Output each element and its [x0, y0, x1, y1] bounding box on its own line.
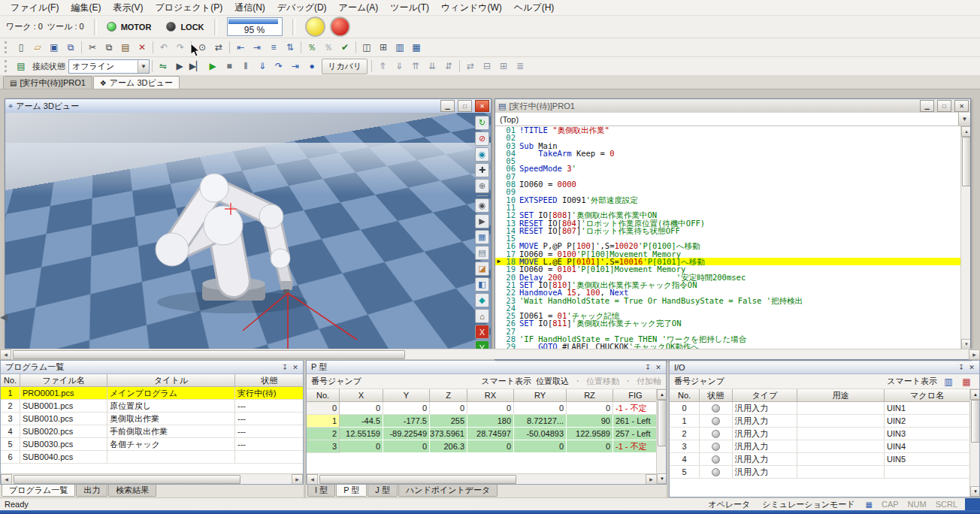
scroll-up-icon[interactable]: ▲: [970, 389, 979, 400]
io-row[interactable]: 4汎用入力UIN5: [670, 453, 970, 466]
scroll-down-icon[interactable]: ▼: [657, 473, 666, 484]
menu-project[interactable]: プロジェクト(P): [149, 0, 228, 16]
paste-icon[interactable]: ▤: [117, 39, 134, 56]
close-button[interactable]: ✕: [954, 100, 969, 112]
menu-comm[interactable]: 通信(N): [228, 0, 271, 16]
minimize-button[interactable]: ▁: [920, 100, 934, 112]
compare-icon[interactable]: ⇵: [440, 58, 457, 74]
step-into-icon[interactable]: ⇓: [254, 58, 271, 74]
code-line[interactable]: 10EXTSPEED IO091'外部速度設定: [495, 196, 961, 204]
tab-arm-3d-view[interactable]: ❖アーム 3Dビュー: [93, 76, 180, 89]
p-type-row[interactable]: 1-44.5-177.52551808.72127...90261 - Left: [307, 415, 657, 428]
p-type-row[interactable]: 212.55159-89.22549373.596128.74597-50.04…: [307, 428, 657, 440]
recovery-button[interactable]: リカバリ: [322, 59, 368, 74]
scrollbar-thumb[interactable]: [14, 475, 240, 484]
editor-vertical-scrollbar[interactable]: ▲ ▼: [960, 126, 970, 349]
home-icon[interactable]: ⌂: [475, 309, 489, 323]
pan-icon[interactable]: ✚: [475, 163, 489, 177]
code-line[interactable]: 02: [495, 134, 961, 141]
code-line[interactable]: 01!TITLE "奥側取出作業": [495, 126, 961, 134]
replace-icon[interactable]: ⇄: [210, 39, 227, 56]
column-header[interactable]: FIG: [613, 389, 657, 402]
tab-handpoint[interactable]: ハンドポイントデータ: [398, 485, 498, 497]
scrollbar-thumb[interactable]: [962, 137, 970, 186]
input-mode-icon[interactable]: ▦: [866, 500, 873, 509]
column-header[interactable]: 用途: [797, 389, 885, 402]
uncomment-icon[interactable]: ％: [320, 39, 337, 56]
delete-icon[interactable]: ✕: [134, 39, 150, 56]
column-header[interactable]: ファイル名: [20, 374, 107, 387]
lock-led-icon[interactable]: [166, 22, 176, 32]
menu-tool[interactable]: ツール(T): [384, 0, 435, 16]
set-start-line-icon[interactable]: ⇥: [287, 58, 304, 74]
send-all-icon[interactable]: ⇈: [407, 58, 424, 74]
io-row[interactable]: 0汎用入力UIN1: [670, 402, 970, 415]
reset-view-icon[interactable]: ↻: [475, 116, 489, 130]
receive-program-icon[interactable]: ⇓: [391, 58, 407, 74]
scrollbar-thumb[interactable]: [971, 400, 979, 443]
column-header[interactable]: Y: [383, 389, 430, 402]
comment-icon[interactable]: ％: [304, 39, 320, 56]
tab-p-type[interactable]: P 型: [336, 485, 367, 497]
warning-lamp-icon[interactable]: [305, 17, 325, 37]
maximize-button[interactable]: □: [458, 100, 472, 112]
scrollbar-thumb[interactable]: [13, 350, 405, 359]
undo-icon[interactable]: ↶: [156, 39, 172, 56]
collapse-icon[interactable]: ⊟: [479, 58, 495, 74]
find-icon[interactable]: ⊙: [194, 39, 210, 56]
code-line[interactable]: 06SpeedMode 3': [495, 165, 961, 172]
arm-3d-view-titlebar[interactable]: ⌖ アーム 3Dビュー ▁ □ ✕: [5, 99, 491, 113]
program-row[interactable]: 2SUB0001.pcs原位置戻し---: [1, 400, 303, 413]
scroll-left-icon[interactable]: ◀: [0, 349, 11, 360]
column-header[interactable]: RY: [514, 389, 567, 402]
scrollbar-thumb[interactable]: [658, 400, 666, 446]
scroll-left-icon[interactable]: ◀: [307, 474, 318, 485]
program-settings-icon[interactable]: ▤: [13, 58, 29, 74]
menu-view[interactable]: 表示(V): [107, 0, 149, 16]
close-icon[interactable]: ✕: [966, 362, 977, 372]
list-icon[interactable]: ≣: [512, 58, 528, 74]
new-file-icon[interactable]: ▯: [13, 39, 29, 56]
io-row[interactable]: 5汎用入力: [670, 466, 970, 479]
close-icon[interactable]: ✕: [290, 362, 301, 372]
code-line[interactable]: 23'Wait HandHoldState = True Or HandBusy…: [495, 297, 961, 304]
column-header[interactable]: No.: [307, 389, 340, 402]
expand-icon[interactable]: ⊞: [495, 58, 512, 74]
cut-icon[interactable]: ✂: [84, 39, 101, 56]
sync-icon[interactable]: ⇄: [462, 58, 479, 74]
connection-dropdown[interactable]: オフライン ▼: [68, 59, 150, 74]
program-row[interactable]: 6SUB0040.pcs: [1, 451, 303, 464]
toolbar-grip[interactable]: [5, 41, 9, 53]
cube-icon[interactable]: ◪: [475, 262, 489, 276]
pin-icon[interactable]: ↧: [643, 362, 653, 372]
save-icon[interactable]: ▣: [46, 39, 62, 56]
tab-pro1[interactable]: ▤[実行中(待)]PRO1: [3, 76, 92, 89]
syntax-check-icon[interactable]: ✔: [337, 39, 353, 56]
menu-edit[interactable]: 編集(E): [65, 0, 107, 16]
tool-coord-icon[interactable]: ◆: [475, 293, 489, 307]
program-row[interactable]: 4SUB0020.pcs手前側取出作業---: [1, 425, 303, 438]
workspace-horizontal-scrollbar[interactable]: ◀ ▶: [0, 349, 980, 359]
code-line[interactable]: 26SET IO[811]'奥側取出作業チャック完了ON: [495, 319, 961, 327]
program-row[interactable]: 1PRO0001.pcsメインプログラム実行中(待): [1, 387, 303, 400]
column-header[interactable]: No.: [670, 389, 700, 402]
scroll-right-icon[interactable]: ▶: [646, 474, 657, 485]
redo-icon[interactable]: ↷: [172, 39, 189, 56]
program-row[interactable]: 3SUB0010.pcs奥側取出作業---: [1, 413, 303, 425]
floor-grid-icon[interactable]: ▦: [475, 230, 489, 244]
grid-icon[interactable]: ▤: [475, 246, 489, 260]
copy-icon[interactable]: ⧉: [101, 39, 117, 56]
halt-icon[interactable]: ‖: [237, 58, 254, 74]
step-run-icon[interactable]: ▶▏: [188, 58, 204, 74]
outdent-icon[interactable]: ⇤: [232, 39, 249, 56]
watch-icon[interactable]: ⊞: [375, 39, 392, 56]
scroll-down-icon[interactable]: ▼: [961, 339, 970, 349]
scope-dropdown[interactable]: (Top) ▼: [495, 113, 970, 126]
column-header[interactable]: タイプ: [733, 389, 797, 402]
scroll-down-icon[interactable]: ▼: [970, 486, 979, 497]
column-header[interactable]: 状態: [235, 374, 303, 387]
io-monitor-icon[interactable]: ▥: [940, 373, 957, 390]
orbit-icon[interactable]: ◉: [475, 147, 489, 162]
scrollbar-thumb[interactable]: [319, 475, 516, 484]
send-program-icon[interactable]: ⇑: [374, 58, 391, 74]
